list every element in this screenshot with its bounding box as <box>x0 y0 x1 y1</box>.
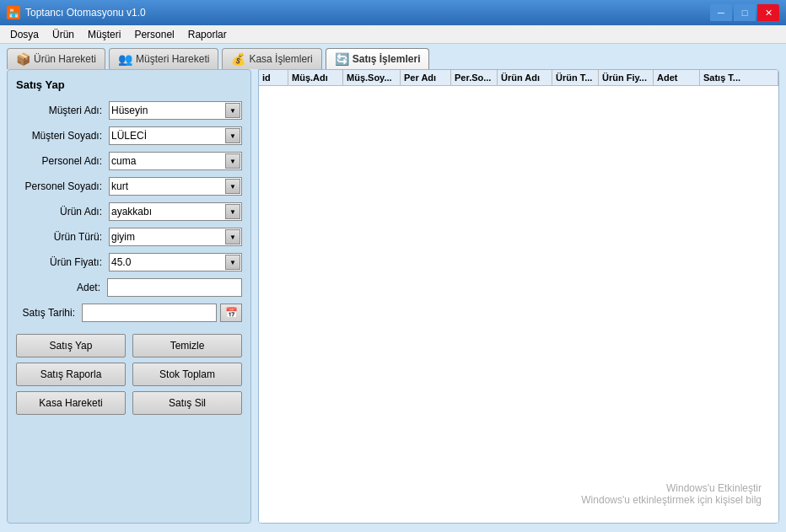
close-button[interactable]: ✕ <box>757 4 779 21</box>
menu-musteri[interactable]: Müşteri <box>81 27 127 42</box>
urun-adi-label: Ürün Adı: <box>16 206 109 218</box>
tab-musteri-hareketi-label: Müşteri Hareketi <box>136 53 209 65</box>
kasa-islemleri-icon: 💰 <box>231 52 245 66</box>
button-row-3: Kasa Hareketi Satış Sil <box>16 391 242 415</box>
col-header-id: id <box>259 70 288 85</box>
musteri-hareketi-icon: 👥 <box>118 52 132 66</box>
personel-adi-row: Personel Adı: cuma ▼ <box>16 152 242 170</box>
urun-adi-wrapper: ayakkabı ▼ <box>109 202 242 221</box>
panel-title: Satış Yap <box>16 78 242 91</box>
table-header: id Müş.Adı Müş.Soy... Per Adı Per.So... … <box>259 70 778 86</box>
musteri-adi-label: Müşteri Adı: <box>16 105 109 116</box>
col-header-musteri-adi: Müş.Adı <box>288 70 343 85</box>
col-header-urun-turu: Ürün T... <box>552 70 599 85</box>
menu-raporlar[interactable]: Raporlar <box>181 27 234 42</box>
col-header-per-soy: Per.So... <box>451 70 498 85</box>
personel-adi-select[interactable]: cuma <box>109 152 242 170</box>
main-content: Satış Yap Müşteri Adı: Hüseyin ▼ Müşteri… <box>0 69 786 530</box>
tab-satis-islemleri-label: Satış İşlemleri <box>353 53 421 65</box>
date-row: 📅 <box>82 304 242 322</box>
stok-toplam-button[interactable]: Stok Toplam <box>132 363 242 386</box>
titlebar-title: Toptancı Otomasyonu v1.0 <box>25 7 146 19</box>
adet-label: Adet: <box>16 282 107 293</box>
titlebar-controls: ─ □ ✕ <box>710 4 779 21</box>
maximize-button[interactable]: □ <box>734 4 756 21</box>
tab-musteri-hareketi[interactable]: 👥 Müşteri Hareketi <box>109 48 218 69</box>
menu-urun[interactable]: Ürün <box>46 27 81 42</box>
app-icon: 🏪 <box>7 6 20 19</box>
calendar-button[interactable]: 📅 <box>220 304 242 322</box>
satis-sil-button[interactable]: Satış Sil <box>132 391 242 415</box>
urun-fiyati-select[interactable]: 45.0 <box>109 253 242 271</box>
temizle-button[interactable]: Temizle <box>132 334 242 357</box>
menu-personel[interactable]: Personel <box>127 27 180 42</box>
col-header-adet: Adet <box>654 70 700 85</box>
urun-fiyati-row: Ürün Fiyatı: 45.0 ▼ <box>16 253 242 271</box>
table-body <box>259 86 778 523</box>
titlebar: 🏪 Toptancı Otomasyonu v1.0 ─ □ ✕ <box>0 0 786 25</box>
adet-row: Adet: <box>16 278 242 297</box>
urun-fiyati-wrapper: 45.0 ▼ <box>109 253 242 271</box>
personel-soyadi-row: Personel Soyadı: kurt ▼ <box>16 177 242 196</box>
adet-input[interactable] <box>107 278 242 297</box>
personel-adi-label: Personel Adı: <box>16 155 109 167</box>
urun-adi-select[interactable]: ayakkabı <box>109 202 242 221</box>
tab-kasa-islemleri-label: Kasa İşlemleri <box>249 53 312 65</box>
tab-kasa-islemleri[interactable]: 💰 Kasa İşlemleri <box>222 48 321 69</box>
tab-satis-islemleri[interactable]: 🔄 Satış İşlemleri <box>326 48 430 69</box>
tab-urun-hareketi[interactable]: 📦 Ürün Hareketi <box>7 48 105 69</box>
urun-hareketi-icon: 📦 <box>16 52 30 66</box>
urun-turu-row: Ürün Türü: giyim ▼ <box>16 228 242 246</box>
minimize-button[interactable]: ─ <box>710 4 732 21</box>
satis-tarihi-row: Satış Tarihi: 📅 <box>16 304 242 322</box>
urun-adi-row: Ürün Adı: ayakkabı ▼ <box>16 202 242 221</box>
satis-raporla-button[interactable]: Satış Raporla <box>16 363 126 386</box>
col-header-per-adi: Per Adı <box>401 70 451 85</box>
musteri-soyadi-select[interactable]: LÜLECİ <box>109 126 242 145</box>
urun-turu-select[interactable]: giyim <box>109 228 242 246</box>
musteri-adi-row: Müşteri Adı: Hüseyin ▼ <box>16 101 242 120</box>
satis-tarihi-label: Satış Tarihi: <box>16 307 82 319</box>
left-panel: Satış Yap Müşteri Adı: Hüseyin ▼ Müşteri… <box>7 69 251 524</box>
tabs-area: 📦 Ürün Hareketi 👥 Müşteri Hareketi 💰 Kas… <box>0 44 786 69</box>
satis-islemleri-icon: 🔄 <box>335 52 349 66</box>
kasa-hareketi-button[interactable]: Kasa Hareketi <box>16 391 126 415</box>
urun-fiyati-label: Ürün Fiyatı: <box>16 256 109 268</box>
personel-adi-wrapper: cuma ▼ <box>109 152 242 170</box>
buttons-area: Satış Yap Temizle Satış Raporla Stok Top… <box>16 334 242 415</box>
right-panel: id Müş.Adı Müş.Soy... Per Adı Per.So... … <box>258 69 779 524</box>
col-header-urun-fiy: Ürün Fiy... <box>599 70 654 85</box>
musteri-adi-wrapper: Hüseyin ▼ <box>109 101 242 120</box>
satis-yap-button[interactable]: Satış Yap <box>16 334 126 357</box>
musteri-soyadi-label: Müşteri Soyadı: <box>16 130 109 142</box>
urun-turu-wrapper: giyim ▼ <box>109 228 242 246</box>
satis-tarihi-input[interactable] <box>82 304 217 322</box>
personel-soyadi-label: Personel Soyadı: <box>16 180 109 192</box>
button-row-1: Satış Yap Temizle <box>16 334 242 357</box>
menubar: Dosya Ürün Müşteri Personel Raporlar <box>0 25 786 44</box>
musteri-adi-select[interactable]: Hüseyin <box>109 101 242 120</box>
tab-urun-hareketi-label: Ürün Hareketi <box>34 53 96 65</box>
musteri-soyadi-row: Müşteri Soyadı: LÜLECİ ▼ <box>16 126 242 145</box>
col-header-urun-adi: Ürün Adı <box>498 70 552 85</box>
col-header-satis-t: Satış T... <box>700 70 778 85</box>
col-header-musteri-soy: Müş.Soy... <box>343 70 401 85</box>
personel-soyadi-wrapper: kurt ▼ <box>109 177 242 196</box>
musteri-soyadi-wrapper: LÜLECİ ▼ <box>109 126 242 145</box>
menu-dosya[interactable]: Dosya <box>3 27 46 42</box>
personel-soyadi-select[interactable]: kurt <box>109 177 242 196</box>
urun-turu-label: Ürün Türü: <box>16 231 109 243</box>
titlebar-left: 🏪 Toptancı Otomasyonu v1.0 <box>7 6 146 19</box>
button-row-2: Satış Raporla Stok Toplam <box>16 363 242 386</box>
